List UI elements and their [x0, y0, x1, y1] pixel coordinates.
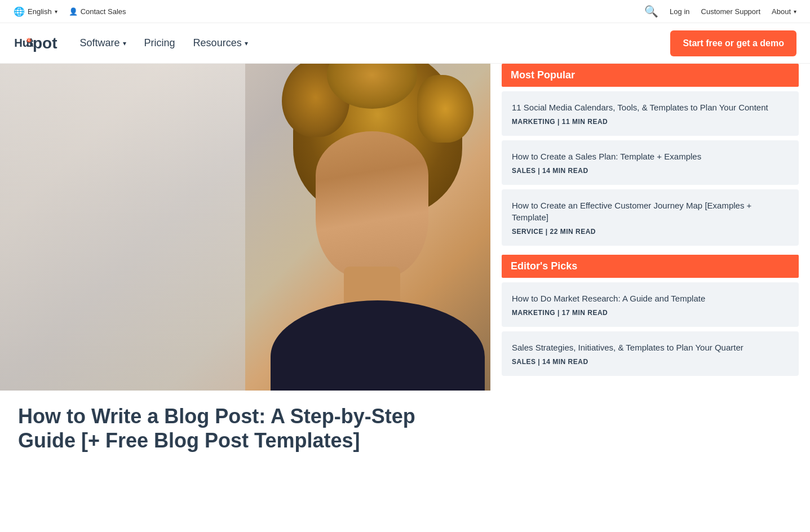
language-label: English [28, 7, 52, 16]
contact-sales-label: Contact Sales [81, 7, 126, 16]
featured-post[interactable]: How to Write a Blog Post: A Step-by-Step… [0, 64, 490, 468]
svg-point-3 [28, 39, 29, 41]
person-icon: 👤 [69, 7, 78, 16]
svg-rect-5 [29, 41, 29, 42]
pricing-label: Pricing [144, 37, 175, 49]
sidebar-card-3-read-time: 22 MIN READ [550, 228, 596, 236]
svg-rect-6 [26, 39, 28, 40]
sidebar: Most Popular 11 Social Media Calendars, … [490, 64, 810, 468]
sidebar-card-1[interactable]: 11 Social Media Calendars, Tools, & Temp… [502, 91, 799, 136]
main-nav: Hub S pot Software ▾ [0, 23, 810, 64]
language-chevron-icon: ▾ [55, 8, 57, 15]
about-chevron-icon: ▾ [794, 8, 796, 15]
sidebar-card-4-read-time: 17 MIN READ [562, 309, 608, 317]
about-link[interactable]: About ▾ [772, 7, 796, 16]
nav-resources[interactable]: Resources ▾ [193, 33, 248, 54]
content-area: How to Write a Blog Post: A Step-by-Step… [0, 64, 810, 468]
hubspot-logo-svg: Hub S [14, 36, 33, 51]
sidebar-card-4-category: MARKETING [512, 309, 555, 317]
sidebar-card-3-meta: SERVICE | 22 MIN READ [512, 228, 789, 236]
nav-links: Software ▾ Pricing Resources ▾ [80, 33, 248, 54]
customer-support-label: Customer Support [701, 7, 761, 16]
sidebar-card-2-category: SALES [512, 167, 536, 175]
login-link[interactable]: Log in [670, 7, 689, 16]
sidebar-card-5-title: Sales Strategies, Initiatives, & Templat… [512, 342, 789, 353]
hubspot-logo[interactable]: Hub S pot [14, 34, 57, 52]
logo-text-part: pot [33, 34, 57, 52]
featured-image [0, 64, 490, 391]
about-label: About [772, 7, 791, 16]
sidebar-card-1-title: 11 Social Media Calendars, Tools, & Temp… [512, 101, 789, 113]
sidebar-card-5-separator: | [538, 358, 542, 366]
nav-pricing[interactable]: Pricing [144, 33, 175, 54]
login-label: Log in [670, 7, 689, 16]
sidebar-card-3-title: How to Create an Effective Customer Jour… [512, 200, 789, 223]
sidebar-card-2-meta: SALES | 14 MIN READ [512, 167, 789, 175]
sidebar-card-3[interactable]: How to Create an Effective Customer Jour… [502, 189, 799, 246]
sidebar-card-2-title: How to Create a Sales Plan: Template + E… [512, 150, 789, 162]
nav-left: Hub S pot Software ▾ [14, 33, 248, 54]
featured-caption: How to Write a Blog Post: A Step-by-Step… [0, 391, 490, 468]
contact-sales-link[interactable]: 👤 Contact Sales [69, 7, 126, 16]
sidebar-card-4[interactable]: How to Do Market Research: A Guide and T… [502, 282, 799, 327]
sidebar-card-4-separator: | [557, 309, 562, 317]
svg-rect-7 [30, 39, 32, 40]
sidebar-card-5-meta: SALES | 14 MIN READ [512, 358, 789, 366]
software-chevron-icon: ▾ [123, 39, 126, 47]
nav-software[interactable]: Software ▾ [80, 33, 126, 54]
sidebar-card-4-meta: MARKETING | 17 MIN READ [512, 309, 789, 317]
editors-picks-section: Editor's Picks How to Do Market Research… [502, 255, 799, 376]
search-icon[interactable]: 🔍 [644, 5, 658, 18]
sidebar-card-4-title: How to Do Market Research: A Guide and T… [512, 292, 789, 304]
featured-title: How to Write a Blog Post: A Step-by-Step… [18, 404, 472, 453]
sidebar-card-2-separator: | [538, 167, 542, 175]
sidebar-card-2[interactable]: How to Create a Sales Plan: Template + E… [502, 140, 799, 185]
language-selector[interactable]: 🌐 English ▾ [14, 6, 57, 17]
most-popular-header: Most Popular [502, 64, 799, 87]
sidebar-card-1-category: MARKETING [512, 118, 555, 126]
editors-picks-header: Editor's Picks [502, 255, 799, 278]
sidebar-card-5-read-time: 14 MIN READ [542, 358, 588, 366]
sidebar-card-1-meta: MARKETING | 11 MIN READ [512, 118, 789, 126]
sidebar-card-1-separator: | [557, 118, 562, 126]
resources-label: Resources [193, 37, 242, 49]
sidebar-card-5-category: SALES [512, 358, 536, 366]
most-popular-section: Most Popular 11 Social Media Calendars, … [502, 64, 799, 246]
cta-button[interactable]: Start free or get a demo [670, 30, 796, 56]
resources-chevron-icon: ▾ [245, 39, 248, 47]
software-label: Software [80, 37, 120, 49]
sidebar-card-1-read-time: 11 MIN READ [562, 118, 608, 126]
sidebar-card-3-separator: | [546, 228, 550, 236]
customer-support-link[interactable]: Customer Support [701, 7, 761, 16]
globe-icon: 🌐 [14, 6, 25, 17]
top-bar-right: 🔍 Log in Customer Support About ▾ [644, 5, 796, 18]
sidebar-card-2-read-time: 14 MIN READ [542, 167, 588, 175]
sidebar-card-5[interactable]: Sales Strategies, Initiatives, & Templat… [502, 331, 799, 376]
sidebar-card-3-category: SERVICE [512, 228, 543, 236]
top-bar: 🌐 English ▾ 👤 Contact Sales 🔍 Log in Cus… [0, 0, 810, 23]
top-bar-left: 🌐 English ▾ 👤 Contact Sales [14, 6, 126, 17]
svg-rect-4 [29, 37, 29, 38]
